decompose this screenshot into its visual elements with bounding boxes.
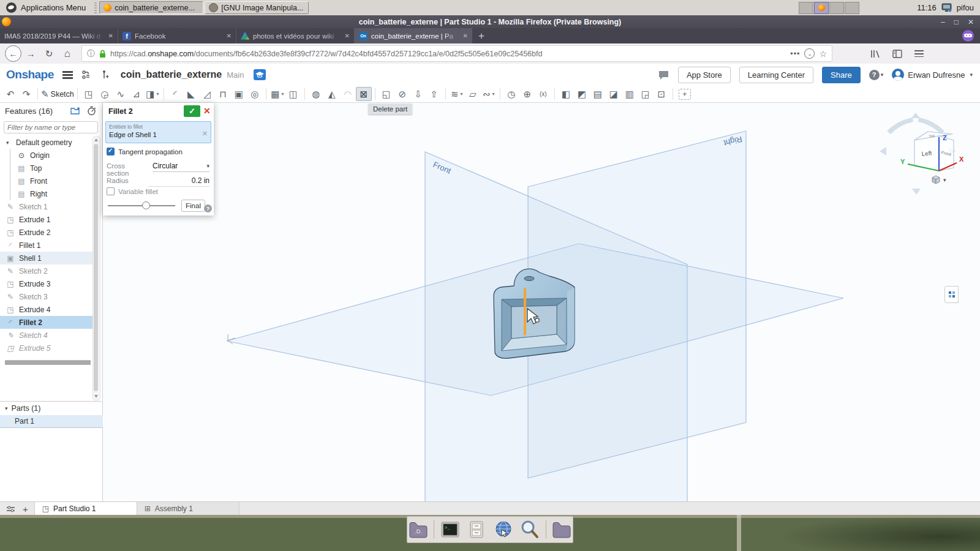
rollback-bar[interactable] xyxy=(5,360,91,365)
sketch-button[interactable]: ✎Sketch xyxy=(41,87,74,101)
slider-track[interactable] xyxy=(108,205,175,206)
3d-viewport[interactable]: Front Right xyxy=(103,103,980,501)
helix-button[interactable]: ≋▾ xyxy=(449,87,465,101)
boolean-button[interactable]: ◍ xyxy=(308,87,324,101)
share-button[interactable]: Share xyxy=(822,67,861,83)
move-face-button[interactable]: ◱ xyxy=(379,87,394,101)
sweep-button[interactable]: ∿ xyxy=(113,87,129,101)
bookmark-star-icon[interactable]: ☆ xyxy=(819,49,827,59)
new-folder-icon[interactable] xyxy=(70,107,81,115)
plane-button[interactable]: ▱ xyxy=(465,87,481,101)
feature-statistics-icon[interactable] xyxy=(87,106,96,116)
search-icon[interactable] xyxy=(519,519,540,540)
web-browser-icon[interactable] xyxy=(492,519,514,540)
tab-close-icon[interactable]: ✕ xyxy=(463,32,468,39)
linear-pattern-button[interactable]: ▦▾ xyxy=(270,87,285,101)
draft-button[interactable]: ◿ xyxy=(199,87,215,101)
add-element-button[interactable]: + xyxy=(23,504,28,514)
browser-tab[interactable]: Oncoin_batterie_externe | Pa✕ xyxy=(354,28,472,43)
confirm-button[interactable]: ✓ xyxy=(184,105,200,117)
forward-button[interactable]: → xyxy=(21,48,40,59)
delete-part-button[interactable]: ⊠ xyxy=(356,87,372,101)
radius-input[interactable]: 0.2 in xyxy=(148,176,209,187)
dialog-help-icon[interactable]: ? xyxy=(204,204,212,212)
app-store-button[interactable]: App Store xyxy=(678,67,731,83)
sheet-metal-model-button[interactable]: ◧ xyxy=(558,87,574,101)
sheet-metal-finish-button[interactable]: ⊡ xyxy=(654,87,669,101)
workspace-2[interactable] xyxy=(814,2,829,14)
feature-item-extrude-1[interactable]: ◳Extrude 1 xyxy=(0,213,93,226)
workspace-switcher[interactable] xyxy=(799,2,859,14)
new-tab-button[interactable]: + xyxy=(472,28,491,43)
feature-item-fillet-1[interactable]: ◜Fillet 1 xyxy=(0,239,93,252)
unfold-button[interactable]: ▥ xyxy=(622,87,638,101)
clear-selection-icon[interactable]: ✕ xyxy=(202,130,208,138)
back-button[interactable]: ← xyxy=(5,45,21,62)
taskbar-window-button[interactable]: coin_batterie_externe... xyxy=(99,1,203,14)
browser-tab[interactable]: fFacebook✕ xyxy=(118,28,236,43)
delete-face-button[interactable]: ⊘ xyxy=(394,87,410,101)
learning-center-button[interactable]: Learning Center xyxy=(739,67,813,83)
folder-icon[interactable] xyxy=(551,519,573,540)
terminal-icon[interactable]: >_ xyxy=(439,519,461,540)
part-list-item[interactable]: Part 1 xyxy=(0,415,110,428)
element-tab-assembly[interactable]: ⊞Assembly 1 xyxy=(137,502,239,515)
document-title[interactable]: coin_batterie_externe xyxy=(121,69,222,80)
tab-close-icon[interactable]: ✕ xyxy=(345,32,350,39)
variable-fillet-checkbox[interactable] xyxy=(107,187,115,195)
loft-button[interactable]: ⊿ xyxy=(129,87,145,101)
thicken-button[interactable]: ◨▾ xyxy=(145,87,160,101)
tangent-propagation-checkbox[interactable] xyxy=(107,148,115,156)
feature-item-sketch-1[interactable]: ✎Sketch 1 xyxy=(0,200,93,213)
url-bar[interactable]: ⓘ https://cad.onshape.com/documents/fb6c… xyxy=(81,45,832,62)
import-button[interactable]: ⇩ xyxy=(410,87,426,101)
url-text[interactable]: https://cad.onshape.com/documents/fb6c4b… xyxy=(110,50,786,58)
tangent-propagation-row[interactable]: Tangent propagation xyxy=(107,148,183,156)
undo-button[interactable]: ↶ xyxy=(2,87,18,101)
right-panel-toggle-button[interactable] xyxy=(944,286,959,303)
manage-tabs-icon[interactable] xyxy=(6,505,15,513)
scroll-down-icon[interactable] xyxy=(94,395,98,398)
final-button[interactable]: Final xyxy=(181,200,205,212)
feature-item-sketch-2[interactable]: ✎Sketch 2 xyxy=(0,264,93,277)
taskbar-window-button[interactable]: [GNU Image Manipula... xyxy=(205,1,309,14)
browser-tab[interactable]: IMA5 2018/2019 P44 — Wiki d✕ xyxy=(0,28,118,43)
default-geometry-right[interactable]: ▤Right xyxy=(0,187,93,200)
follow-icon[interactable] xyxy=(100,70,108,80)
extrude-button[interactable]: ◳ xyxy=(81,87,97,101)
default-geometry-front[interactable]: ▤Front xyxy=(0,174,93,187)
scroll-up-icon[interactable] xyxy=(94,138,98,141)
workspace-3[interactable] xyxy=(829,2,844,14)
help-menu[interactable]: ? ▾ xyxy=(869,70,884,80)
feature-item-extrude-4[interactable]: ◳Extrude 4 xyxy=(0,303,93,316)
home-button[interactable]: ⌂ xyxy=(58,48,77,60)
hole-button[interactable]: ◎ xyxy=(247,87,263,101)
rib-button[interactable]: ⊓ xyxy=(215,87,231,101)
feature-item-shell-1[interactable]: ▣Shell 1 xyxy=(0,252,93,264)
mirror-button[interactable]: ◫ xyxy=(285,87,301,101)
default-geometry-group[interactable]: ▾Default geometry xyxy=(0,136,93,149)
transform-button[interactable]: ⊕ xyxy=(519,87,535,101)
comment-icon[interactable] xyxy=(658,70,669,80)
cross-section-select[interactable]: Circular ▾ xyxy=(153,162,209,172)
view-options-button[interactable]: ▾ xyxy=(931,175,946,185)
sidebar-icon[interactable] xyxy=(892,50,902,58)
cancel-button[interactable]: ✕ xyxy=(203,106,211,116)
spline-button[interactable]: ∾▾ xyxy=(481,87,497,101)
variable-fillet-row[interactable]: Variable fillet xyxy=(107,187,158,195)
element-tab-part-studio[interactable]: ◳Part Studio 1 xyxy=(35,502,137,515)
feature-item-fillet-2[interactable]: ◜Fillet 2 xyxy=(0,316,93,329)
user-menu[interactable]: Erwan Dufresne ▾ xyxy=(892,69,973,81)
custom-feature-button[interactable]: + xyxy=(679,89,691,100)
entities-to-fillet-field[interactable]: Entities to fillet Edge of Shell 1 ✕ xyxy=(105,121,211,143)
onshape-logo[interactable]: Onshape xyxy=(6,68,54,81)
maximize-button[interactable]: □ xyxy=(954,18,959,26)
feature-item-extrude-2[interactable]: ◳Extrude 2 xyxy=(0,226,93,239)
minimize-button[interactable]: – xyxy=(941,18,945,26)
browser-tab[interactable]: photos et vidéos pour wiki✕ xyxy=(236,28,354,43)
scrollbar-thumb[interactable] xyxy=(94,144,98,391)
default-geometry-origin[interactable]: ⊙Origin xyxy=(0,149,93,162)
redo-button[interactable]: ↷ xyxy=(18,87,34,101)
chamfer-button[interactable]: ◣ xyxy=(183,87,199,101)
modify-fillet-button[interactable]: ◠ xyxy=(340,87,356,101)
